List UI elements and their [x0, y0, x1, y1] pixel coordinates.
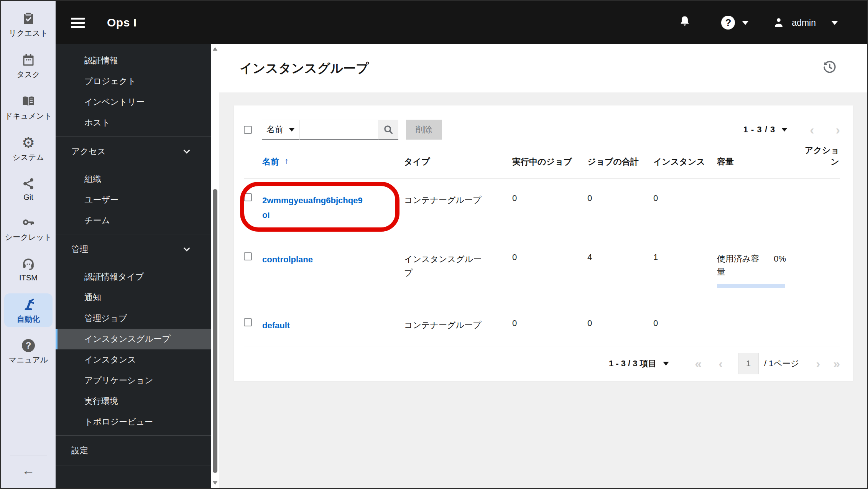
- cell-total-jobs: 0: [587, 193, 653, 203]
- capacity-label: 使用済み容量: [717, 252, 763, 278]
- row-checkbox[interactable]: [244, 318, 252, 326]
- sidebar-item-projects[interactable]: プロジェクト: [56, 71, 211, 92]
- last-page-button[interactable]: »: [833, 357, 840, 370]
- sidebar-nav: 認証情報 プロジェクト インベントリー ホスト アクセス 組織 ユーザー チーム…: [56, 44, 211, 488]
- page-header: インスタンスグループ: [219, 44, 867, 92]
- cell-total-jobs: 0: [587, 318, 653, 328]
- prev-page-button[interactable]: ‹: [718, 357, 723, 370]
- sidebar-section-access[interactable]: アクセス: [56, 140, 211, 163]
- sidebar-item-credentials[interactable]: 認証情報: [56, 50, 211, 71]
- question-circle-icon: ?: [22, 339, 35, 352]
- cell-type: インスタンスグループ: [404, 252, 485, 280]
- rail-item-documents[interactable]: ドキュメント: [4, 91, 53, 124]
- table-row: controlplane インスタンスグループ 0 4 1 使用済み容量 0%: [244, 236, 840, 302]
- rail-label: マニュアル: [9, 355, 48, 365]
- rail-item-system[interactable]: ⚙ システム: [4, 132, 53, 165]
- collapse-back-button[interactable]: ←: [22, 463, 35, 478]
- top-pagination: 1 - 3 / 3 ‹ ›: [743, 123, 840, 136]
- scroll-down-arrow-icon[interactable]: [213, 481, 217, 485]
- rail-item-requests[interactable]: リクエスト: [4, 8, 53, 41]
- rail-item-git[interactable]: Git: [4, 174, 53, 204]
- column-header-type: タイプ: [404, 156, 512, 168]
- rail-item-itsm[interactable]: ITSM: [4, 254, 53, 285]
- sidebar-item-management-jobs[interactable]: 管理ジョブ: [56, 308, 211, 329]
- sidebar-item-execution-environments[interactable]: 実行環境: [56, 391, 211, 412]
- user-name: admin: [792, 18, 816, 28]
- instance-group-link[interactable]: controlplane: [262, 252, 313, 267]
- bottom-pagination: 1 - 3 / 3 項目 « ‹ 1 / 1ページ › »: [244, 346, 840, 380]
- row-checkbox[interactable]: [244, 252, 252, 260]
- search-input[interactable]: [299, 120, 378, 140]
- search-button[interactable]: [378, 120, 398, 140]
- sidebar-section-administration[interactable]: 管理: [56, 237, 211, 261]
- cell-instances: 0: [653, 193, 717, 203]
- rail-item-automation[interactable]: 自動化: [4, 293, 53, 327]
- divider: [56, 435, 211, 436]
- user-menu[interactable]: admin: [773, 16, 838, 29]
- divider: [56, 234, 211, 234]
- sidebar-item-instance-groups[interactable]: インスタンスグループ: [56, 329, 211, 349]
- next-page-chevron[interactable]: ›: [836, 123, 840, 136]
- chevron-down-icon: [742, 21, 749, 25]
- divider: [56, 136, 211, 137]
- key-icon: [21, 216, 36, 229]
- pagination-count: 1 - 3 / 3: [743, 125, 776, 135]
- notifications-bell-icon[interactable]: [678, 15, 691, 30]
- top-bar: Ops I ? admin: [56, 1, 867, 44]
- sidebar-scrollbar[interactable]: [211, 44, 219, 488]
- rail-item-tasks[interactable]: タスク: [4, 49, 53, 82]
- hamburger-menu-icon[interactable]: [71, 15, 85, 30]
- rail-label: ドキュメント: [5, 111, 52, 121]
- help-menu[interactable]: ?: [721, 16, 749, 30]
- sidebar-item-hosts[interactable]: ホスト: [56, 112, 211, 133]
- chevron-down-icon: [184, 147, 190, 154]
- scrollbar-thumb[interactable]: [213, 189, 217, 473]
- column-header-capacity: 容量: [717, 156, 803, 168]
- chevron-down-icon[interactable]: [663, 362, 669, 366]
- sidebar-item-notifications[interactable]: 通知: [56, 287, 211, 308]
- help-icon: ?: [721, 16, 735, 30]
- column-header-name[interactable]: 名前 ↑: [262, 156, 404, 168]
- table-row: 2wmmgyeuafng6bjchqe9oi コンテナーグループ 0 0 0: [244, 178, 840, 236]
- instance-group-link[interactable]: 2wmmgyeuafng6bjchqe9oi: [262, 193, 367, 222]
- search-icon: [383, 124, 394, 135]
- sidebar-item-inventories[interactable]: インベントリー: [56, 92, 211, 112]
- sidebar-section-settings[interactable]: 設定: [56, 439, 211, 463]
- cell-instances: 0: [653, 318, 717, 328]
- column-header-instances: インスタンス: [653, 156, 717, 168]
- instance-groups-card: 名前 削除: [234, 105, 853, 381]
- rail-item-manual[interactable]: ? マニュアル: [4, 336, 53, 368]
- column-header-running-jobs: 実行中のジョブ: [512, 156, 587, 168]
- rail-divider: [10, 456, 47, 456]
- first-page-button[interactable]: «: [695, 357, 702, 370]
- cell-running-jobs: 0: [512, 193, 587, 203]
- next-page-button[interactable]: ›: [816, 357, 820, 370]
- sort-ascending-icon: ↑: [284, 156, 289, 168]
- sidebar-item-users[interactable]: ユーザー: [56, 189, 211, 210]
- delete-button[interactable]: 削除: [406, 120, 442, 140]
- column-header-actions: アクション: [803, 145, 840, 168]
- sidebar-item-credential-types[interactable]: 認証情報タイプ: [56, 267, 211, 287]
- current-page-input[interactable]: 1: [738, 353, 759, 374]
- history-icon[interactable]: [822, 59, 838, 77]
- sidebar-item-applications[interactable]: アプリケーション: [56, 370, 211, 391]
- select-all-checkbox[interactable]: [244, 126, 252, 134]
- cell-type: コンテナーグループ: [404, 193, 485, 207]
- cell-capacity: 使用済み容量 0%: [717, 252, 803, 288]
- filter-type-dropdown[interactable]: 名前: [262, 120, 299, 140]
- sidebar-item-organizations[interactable]: 組織: [56, 169, 211, 189]
- prev-page-chevron[interactable]: ‹: [810, 123, 814, 136]
- rail-item-secrets[interactable]: シークレット: [4, 213, 53, 245]
- instance-group-link[interactable]: default: [262, 318, 290, 333]
- page-body: 名前 削除: [219, 92, 867, 488]
- chevron-down-icon[interactable]: [781, 128, 787, 132]
- cell-instances: 1: [653, 252, 717, 262]
- icon-rail: リクエスト タスク ドキュメント ⚙ システム: [1, 1, 56, 488]
- sidebar-item-instances[interactable]: インスタンス: [56, 349, 211, 370]
- row-checkbox[interactable]: [244, 193, 252, 201]
- column-header-total-jobs: ジョブの合計: [587, 156, 653, 168]
- sidebar-item-teams[interactable]: チーム: [56, 210, 211, 231]
- chevron-down-icon: [831, 21, 838, 25]
- sidebar-item-topology-view[interactable]: トポロジービュー: [56, 412, 211, 432]
- scroll-up-arrow-icon[interactable]: [213, 47, 217, 51]
